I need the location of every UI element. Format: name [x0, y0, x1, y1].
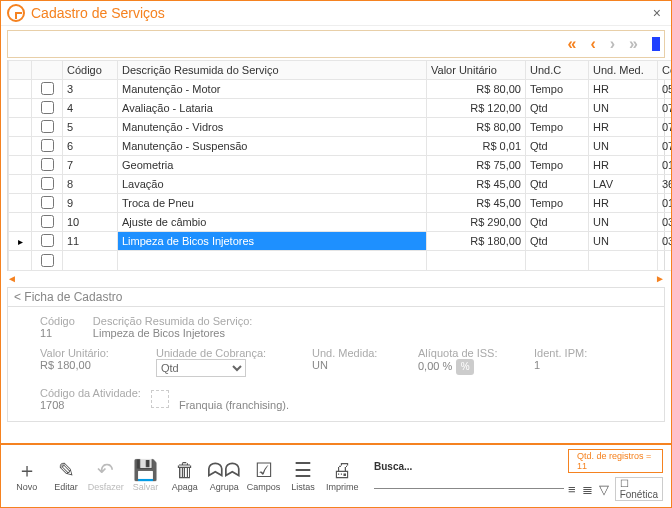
cell-valor[interactable]: R$ 290,00	[427, 213, 526, 232]
cell-co[interactable]: 070	[658, 99, 673, 118]
cell-descricao[interactable]: Manutenção - Suspensão	[118, 137, 427, 156]
cell-descricao[interactable]: Troca de Pneu	[118, 194, 427, 213]
table-row-empty[interactable]	[9, 251, 673, 271]
col-descricao[interactable]: Descrição Resumida do Serviço	[118, 61, 427, 80]
cell-undm[interactable]: UN	[589, 213, 658, 232]
cell-undc[interactable]: Qtd	[526, 137, 589, 156]
table-row[interactable]: ▸11Limpeza de Bicos InjetoresR$ 180,00Qt…	[9, 232, 673, 251]
campos-button[interactable]: ☑Campos	[246, 458, 281, 492]
cell-undm[interactable]: UN	[589, 99, 658, 118]
detail-undc-select[interactable]: Qtd	[156, 359, 246, 377]
cell-codigo[interactable]: 8	[63, 175, 118, 194]
col-codigo[interactable]: Código	[63, 61, 118, 80]
align-left-icon[interactable]: ≡	[568, 482, 576, 497]
cell-valor[interactable]: R$ 45,00	[427, 194, 526, 213]
cell-valor[interactable]: R$ 80,00	[427, 118, 526, 137]
listas-button[interactable]: ☰Listas	[285, 458, 320, 492]
cell-valor[interactable]: R$ 180,00	[427, 232, 526, 251]
imprime-button[interactable]: 🖨Imprime	[325, 458, 360, 492]
cell-undc[interactable]: Qtd	[526, 213, 589, 232]
table-row[interactable]: 6Manutenção - SuspensãoR$ 0,01QtdUN071	[9, 137, 673, 156]
lookup-icon[interactable]	[151, 390, 169, 408]
cell-undm[interactable]: HR	[589, 156, 658, 175]
cell-undc[interactable]: Tempo	[526, 156, 589, 175]
cell-co[interactable]: 070	[658, 118, 673, 137]
nav-next-icon[interactable]: ›	[606, 35, 619, 53]
cell-co[interactable]: 010	[658, 194, 673, 213]
row-checkbox[interactable]	[41, 82, 54, 95]
cell-undc[interactable]: Qtd	[526, 232, 589, 251]
cell-descricao[interactable]: Geometria	[118, 156, 427, 175]
agrupa-button[interactable]: ᗣᗣAgrupa	[207, 458, 242, 492]
fonetica-toggle[interactable]: ☐ Fonética	[615, 477, 663, 501]
cell-valor[interactable]: R$ 120,00	[427, 99, 526, 118]
row-checkbox[interactable]	[41, 120, 54, 133]
cell-codigo[interactable]: 10	[63, 213, 118, 232]
editar-button[interactable]: ✎Editar	[48, 458, 83, 492]
row-checkbox[interactable]	[41, 139, 54, 152]
row-checkbox[interactable]	[41, 215, 54, 228]
novo-button[interactable]: ＋Novo	[9, 458, 44, 492]
cell-codigo[interactable]: 3	[63, 80, 118, 99]
cell-undm[interactable]: HR	[589, 194, 658, 213]
col-co[interactable]: Co	[658, 61, 673, 80]
row-checkbox[interactable]	[41, 177, 54, 190]
cell-undm[interactable]: LAV	[589, 175, 658, 194]
desfazer-button[interactable]: ↶Desfazer	[88, 458, 124, 492]
cell-descricao[interactable]: Manutenção - Motor	[118, 80, 427, 99]
cell-codigo[interactable]: 5	[63, 118, 118, 137]
row-checkbox[interactable]	[41, 101, 54, 114]
percent-icon[interactable]: %	[456, 359, 474, 375]
cell-descricao[interactable]: Avaliação - Lataria	[118, 99, 427, 118]
row-checkbox[interactable]	[41, 158, 54, 171]
row-checkbox[interactable]	[41, 234, 54, 247]
nav-last-icon[interactable]: »	[625, 35, 642, 53]
cell-codigo[interactable]: 6	[63, 137, 118, 156]
cell-valor[interactable]: R$ 0,01	[427, 137, 526, 156]
cell-co[interactable]: 050	[658, 80, 673, 99]
nav-first-icon[interactable]: «	[564, 35, 581, 53]
table-row[interactable]: 8LavaçãoR$ 45,00QtdLAV360	[9, 175, 673, 194]
cell-undc[interactable]: Tempo	[526, 118, 589, 137]
filter-icon[interactable]: ▽	[599, 482, 609, 497]
horizontal-scrollbar[interactable]: ◄ ►	[7, 271, 665, 285]
cell-undc[interactable]: Qtd	[526, 175, 589, 194]
close-icon[interactable]: ×	[649, 5, 665, 21]
table-row[interactable]: 9Troca de PneuR$ 45,00TempoHR010	[9, 194, 673, 213]
cell-valor[interactable]: R$ 80,00	[427, 80, 526, 99]
cell-co[interactable]: 030	[658, 213, 673, 232]
col-undm[interactable]: Und. Med.	[589, 61, 658, 80]
cell-co[interactable]: 030	[658, 232, 673, 251]
cell-descricao[interactable]: Limpeza de Bicos Injetores	[118, 232, 427, 251]
cell-valor[interactable]: R$ 45,00	[427, 175, 526, 194]
scroll-left-icon[interactable]: ◄	[7, 273, 17, 284]
services-grid[interactable]: Código Descrição Resumida do Serviço Val…	[8, 60, 672, 271]
detail-section-header[interactable]: < Ficha de Cadastro	[7, 287, 665, 306]
col-valor[interactable]: Valor Unitário	[427, 61, 526, 80]
cell-undm[interactable]: UN	[589, 137, 658, 156]
cell-undc[interactable]: Tempo	[526, 194, 589, 213]
cell-undc[interactable]: Qtd	[526, 99, 589, 118]
cell-undm[interactable]: HR	[589, 80, 658, 99]
cell-co[interactable]: 071	[658, 137, 673, 156]
table-row[interactable]: 4Avaliação - LatariaR$ 120,00QtdUN070	[9, 99, 673, 118]
row-checkbox[interactable]	[41, 254, 54, 267]
cell-codigo[interactable]: 4	[63, 99, 118, 118]
cell-descricao[interactable]: Manutenção - Vidros	[118, 118, 427, 137]
cell-codigo[interactable]: 7	[63, 156, 118, 175]
scroll-right-icon[interactable]: ►	[655, 273, 665, 284]
table-row[interactable]: 10Ajuste de câmbioR$ 290,00QtdUN030	[9, 213, 673, 232]
cell-undm[interactable]: UN	[589, 232, 658, 251]
cell-co[interactable]: 010	[658, 156, 673, 175]
cell-valor[interactable]: R$ 75,00	[427, 156, 526, 175]
row-checkbox[interactable]	[41, 196, 54, 209]
cell-co[interactable]: 360	[658, 175, 673, 194]
table-row[interactable]: 7GeometriaR$ 75,00TempoHR010	[9, 156, 673, 175]
cell-codigo[interactable]: 9	[63, 194, 118, 213]
nav-prev-icon[interactable]: ‹	[586, 35, 599, 53]
salvar-button[interactable]: 💾Salvar	[128, 458, 163, 492]
col-undc[interactable]: Und.C	[526, 61, 589, 80]
apaga-button[interactable]: 🗑Apaga	[167, 458, 202, 492]
align-right-icon[interactable]: ≣	[582, 482, 593, 497]
cell-descricao[interactable]: Ajuste de câmbio	[118, 213, 427, 232]
